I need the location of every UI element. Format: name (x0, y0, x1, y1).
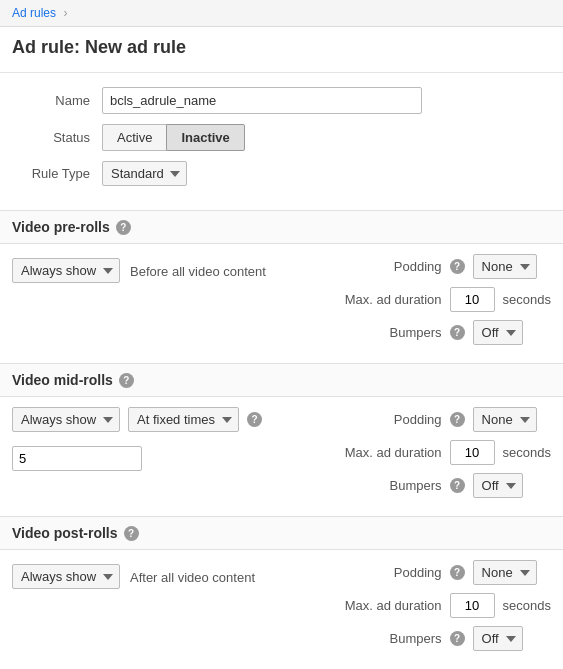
post-rolls-duration-unit: seconds (503, 598, 551, 613)
name-input[interactable] (102, 87, 422, 114)
pre-rolls-podding-select[interactable]: None (473, 254, 537, 279)
name-label: Name (12, 93, 102, 108)
status-toggle-group: Active Inactive (102, 124, 245, 151)
mid-rolls-podding-select[interactable]: None (473, 407, 537, 432)
post-rolls-bumpers-label: Bumpers (332, 631, 442, 646)
mid-rolls-timing-select[interactable]: At fixed times (128, 407, 239, 432)
pre-rolls-podding-row: Podding ? None (332, 254, 551, 279)
pre-rolls-right: Podding ? None Max. ad duration seconds … (332, 254, 551, 345)
pre-rolls-bumpers-label: Bumpers (332, 325, 442, 340)
pre-rolls-left: Always show Before all video content (12, 254, 266, 345)
rule-type-select[interactable]: Standard (102, 161, 187, 186)
mid-rolls-left: Always show At fixed times ? (12, 407, 262, 498)
mid-rolls-bumpers-label: Bumpers (332, 478, 442, 493)
mid-rolls-fixed-times-input[interactable] (12, 446, 142, 471)
page-title: Ad rule: New ad rule (12, 37, 551, 58)
post-rolls-podding-row: Podding ? None (332, 560, 551, 585)
post-rolls-podding-help-icon[interactable]: ? (450, 565, 465, 580)
mid-rolls-top-controls: Always show At fixed times ? (12, 407, 262, 432)
pre-rolls-duration-label: Max. ad duration (332, 292, 442, 307)
mid-rolls-duration-input[interactable] (450, 440, 495, 465)
breadcrumb: Ad rules › (0, 0, 563, 27)
post-rolls-header: Video post-rolls ? (0, 516, 563, 550)
post-rolls-help-icon[interactable]: ? (124, 526, 139, 541)
pre-rolls-content: Always show Before all video content Pod… (0, 254, 563, 359)
mid-rolls-duration-unit: seconds (503, 445, 551, 460)
page-title-prefix: Ad rule: (12, 37, 80, 57)
post-rolls-show-select[interactable]: Always show (12, 564, 120, 589)
pre-rolls-show-select[interactable]: Always show (12, 258, 120, 283)
pre-rolls-duration-unit: seconds (503, 292, 551, 307)
post-rolls-duration-row: Max. ad duration seconds (332, 593, 551, 618)
pre-rolls-podding-label: Podding (332, 259, 442, 274)
ad-rule-form: Name Status Active Inactive Rule Type St… (0, 73, 563, 210)
status-row: Status Active Inactive (12, 124, 551, 151)
name-row: Name (12, 87, 551, 114)
post-rolls-podding-select[interactable]: None (473, 560, 537, 585)
pre-rolls-bumpers-row: Bumpers ? Off (332, 320, 551, 345)
pre-rolls-bumpers-select[interactable]: Off (473, 320, 523, 345)
post-rolls-section: Video post-rolls ? Always show After all… (0, 516, 563, 665)
pre-rolls-description: Before all video content (130, 258, 266, 279)
post-rolls-bumpers-help-icon[interactable]: ? (450, 631, 465, 646)
mid-rolls-content: Always show At fixed times ? Podding ? N… (0, 407, 563, 512)
rule-type-row: Rule Type Standard (12, 161, 551, 186)
page-header: Ad rule: New ad rule (0, 27, 563, 73)
pre-rolls-section: Video pre-rolls ? Always show Before all… (0, 210, 563, 359)
rule-type-label: Rule Type (12, 166, 102, 181)
mid-rolls-bumpers-help-icon[interactable]: ? (450, 478, 465, 493)
status-inactive-button[interactable]: Inactive (166, 124, 244, 151)
mid-rolls-fixed-times-row (12, 446, 262, 471)
pre-rolls-title: Video pre-rolls (12, 219, 110, 235)
breadcrumb-separator: › (63, 6, 67, 20)
post-rolls-title: Video post-rolls (12, 525, 118, 541)
pre-rolls-bumpers-help-icon[interactable]: ? (450, 325, 465, 340)
pre-rolls-header: Video pre-rolls ? (0, 210, 563, 244)
pre-rolls-duration-row: Max. ad duration seconds (332, 287, 551, 312)
status-active-button[interactable]: Active (102, 124, 166, 151)
mid-rolls-podding-help-icon[interactable]: ? (450, 412, 465, 427)
post-rolls-duration-input[interactable] (450, 593, 495, 618)
post-rolls-description: After all video content (130, 564, 255, 585)
post-rolls-bumpers-row: Bumpers ? Off (332, 626, 551, 651)
mid-rolls-help-icon[interactable]: ? (119, 373, 134, 388)
post-rolls-right: Podding ? None Max. ad duration seconds … (332, 560, 551, 651)
mid-rolls-header: Video mid-rolls ? (0, 363, 563, 397)
post-rolls-podding-label: Podding (332, 565, 442, 580)
page-title-bold: New ad rule (85, 37, 186, 57)
mid-rolls-duration-row: Max. ad duration seconds (332, 440, 551, 465)
mid-rolls-show-select[interactable]: Always show (12, 407, 120, 432)
pre-rolls-duration-input[interactable] (450, 287, 495, 312)
pre-rolls-podding-help-icon[interactable]: ? (450, 259, 465, 274)
mid-rolls-bumpers-row: Bumpers ? Off (332, 473, 551, 498)
post-rolls-content: Always show After all video content Podd… (0, 560, 563, 665)
status-label: Status (12, 130, 102, 145)
post-rolls-bumpers-select[interactable]: Off (473, 626, 523, 651)
mid-rolls-timing-help-icon[interactable]: ? (247, 412, 262, 427)
post-rolls-left: Always show After all video content (12, 560, 255, 651)
mid-rolls-title: Video mid-rolls (12, 372, 113, 388)
mid-rolls-duration-label: Max. ad duration (332, 445, 442, 460)
mid-rolls-right: Podding ? None Max. ad duration seconds … (332, 407, 551, 498)
breadcrumb-parent-link[interactable]: Ad rules (12, 6, 56, 20)
mid-rolls-podding-row: Podding ? None (332, 407, 551, 432)
mid-rolls-section: Video mid-rolls ? Always show At fixed t… (0, 363, 563, 512)
mid-rolls-podding-label: Podding (332, 412, 442, 427)
pre-rolls-help-icon[interactable]: ? (116, 220, 131, 235)
mid-rolls-bumpers-select[interactable]: Off (473, 473, 523, 498)
post-rolls-duration-label: Max. ad duration (332, 598, 442, 613)
